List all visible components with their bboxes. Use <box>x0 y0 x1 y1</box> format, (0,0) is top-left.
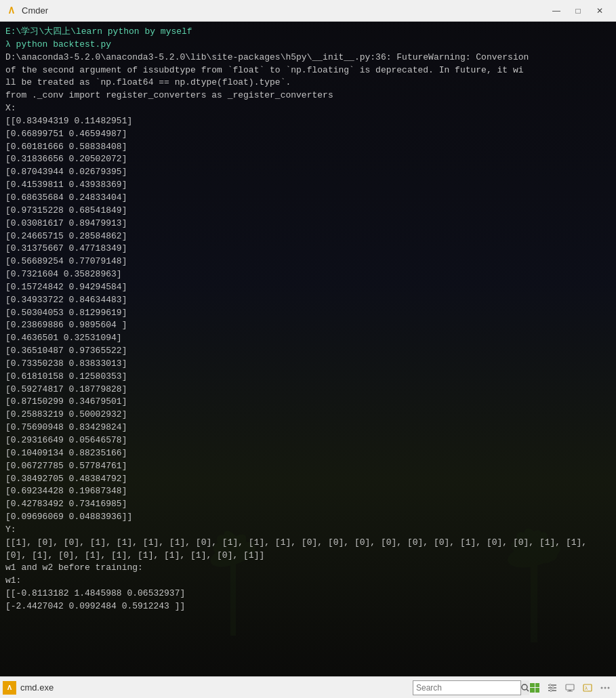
more-button[interactable] <box>597 680 613 696</box>
x-data-line: [0.7321604 0.35828963] <box>5 268 611 281</box>
maximize-button[interactable]: □ <box>567 3 589 18</box>
status-bar: Λ cmd.exe <box>0 676 616 698</box>
grid-icon <box>530 683 539 693</box>
x-data-line: [0.29316649 0.05646578] <box>5 434 611 447</box>
status-app-icon: Λ <box>3 681 16 695</box>
import-line: from ._conv import register_converters a… <box>5 89 611 102</box>
x-data-line: [0.42783492 0.73416985] <box>5 498 611 511</box>
minimize-button[interactable]: — <box>546 3 567 18</box>
x-data-line: [0.50304053 0.81299619] <box>5 307 611 320</box>
display-button[interactable] <box>562 680 578 696</box>
x-data-line: [0.36510487 0.97365522] <box>5 345 611 358</box>
x-data-line: [0.87043944 0.02679395] <box>5 166 611 179</box>
x-label: X: <box>5 102 611 115</box>
x-data-line: [0.87150299 0.34679501] <box>5 396 611 409</box>
terminal-area: E:\学习\大四上\learn python by myself λ pytho… <box>0 22 616 676</box>
terminal-icon: λ_ <box>583 683 592 693</box>
grid-view-button[interactable] <box>527 680 543 696</box>
warning-line2: of the second argument of issubdtype fro… <box>5 64 611 77</box>
x-data-line: [0.59274817 0.18779828] <box>5 384 611 396</box>
x-data-line: [0.60181666 0.58838408] <box>5 141 611 154</box>
title-bar: Λ Cmder — □ ✕ <box>0 0 616 22</box>
x-data-line: [0.09696069 0.04883936]] <box>5 511 611 524</box>
more-icon <box>600 683 610 693</box>
x-data-line: [0.03081617 0.89479913] <box>5 218 611 230</box>
app-icon: Λ <box>5 5 18 17</box>
x-data-line: [0.25883219 0.50002932] <box>5 409 611 422</box>
terminal-content[interactable]: E:\学习\大四上\learn python by myself λ pytho… <box>0 22 616 676</box>
w1-data: [[-0.8113182 1.4845988 0.06532937] [-2.4… <box>5 588 611 613</box>
x-data-line: [0.38492705 0.48384792] <box>5 473 611 486</box>
warning-line3: ll be treated as `np.float64 == np.dtype… <box>5 77 611 89</box>
w1-data-line: [-2.4427042 0.0992484 0.5912243 ]] <box>5 600 611 613</box>
svg-point-27 <box>604 686 607 689</box>
x-data-line: [0.61810158 0.12580353] <box>5 371 611 384</box>
x-data-line: [0.73350238 0.83833013] <box>5 358 611 371</box>
x-data-line: [0.4636501 0.32531094] <box>5 332 611 345</box>
x-data-line: [0.23869886 0.9895604 ] <box>5 319 611 332</box>
settings-icon <box>548 683 557 693</box>
x-data-line: [0.34933722 0.84634483] <box>5 294 611 307</box>
settings-button[interactable] <box>544 680 560 696</box>
svg-point-19 <box>552 686 554 689</box>
svg-point-20 <box>550 689 552 691</box>
x-data-line: [0.69234428 0.19687348] <box>5 485 611 498</box>
x-data-line: [0.66899751 0.46594987] <box>5 128 611 141</box>
x-data-line: [0.31375667 0.47718349] <box>5 243 611 255</box>
x-data-line: [[0.83494319 0.11482951] <box>5 115 611 128</box>
warning-line1: D:\anaconda3-5.2.0\anaconda3-5.2.0\lib\s… <box>5 52 611 64</box>
x-data-line: [0.56689254 0.77079148] <box>5 255 611 268</box>
command-line: λ python backtest.py <box>5 39 611 52</box>
current-path: E:\学习\大四上\learn python by myself <box>5 26 611 39</box>
close-button[interactable]: ✕ <box>589 3 611 18</box>
w1w2-label: w1 and w2 before training: <box>5 562 611 575</box>
window-controls: — □ ✕ <box>546 3 611 18</box>
y-data: [[1], [0], [0], [1], [1], [1], [1], [0],… <box>5 537 611 562</box>
y-label: Y: <box>5 524 611 537</box>
svg-rect-21 <box>566 684 574 690</box>
x-data-line: [0.10409134 0.88235166] <box>5 447 611 460</box>
x-data: [[0.83494319 0.11482951] [0.66899751 0.4… <box>5 115 611 524</box>
status-process-label: cmd.exe <box>20 682 54 693</box>
svg-point-18 <box>550 684 552 686</box>
search-input[interactable] <box>413 683 520 693</box>
window-title: Cmder <box>22 5 546 16</box>
x-data-line: [0.31836656 0.20502072] <box>5 153 611 166</box>
toolbar-icons: λ_ <box>527 680 613 696</box>
x-data-line: [0.41539811 0.43938369] <box>5 179 611 192</box>
svg-point-26 <box>601 686 603 689</box>
x-data-line: [0.75690948 0.83429824] <box>5 422 611 434</box>
x-data-line: [0.24665715 0.28584862] <box>5 230 611 243</box>
search-wrapper <box>56 680 521 695</box>
svg-point-28 <box>608 686 610 689</box>
x-data-line: [0.97315228 0.68541849] <box>5 205 611 218</box>
terminal-button[interactable]: λ_ <box>579 680 596 696</box>
w1-data-line: [[-0.8113182 1.4845988 0.06532937] <box>5 588 611 600</box>
x-data-line: [0.15724842 0.94294584] <box>5 281 611 294</box>
display-icon <box>565 683 575 693</box>
svg-text:λ_: λ_ <box>585 686 591 691</box>
x-data-line: [0.68635684 0.24833404] <box>5 192 611 205</box>
x-data-line: [0.06727785 0.57784761] <box>5 460 611 473</box>
w1-label: w1: <box>5 575 611 588</box>
search-container <box>413 680 521 695</box>
